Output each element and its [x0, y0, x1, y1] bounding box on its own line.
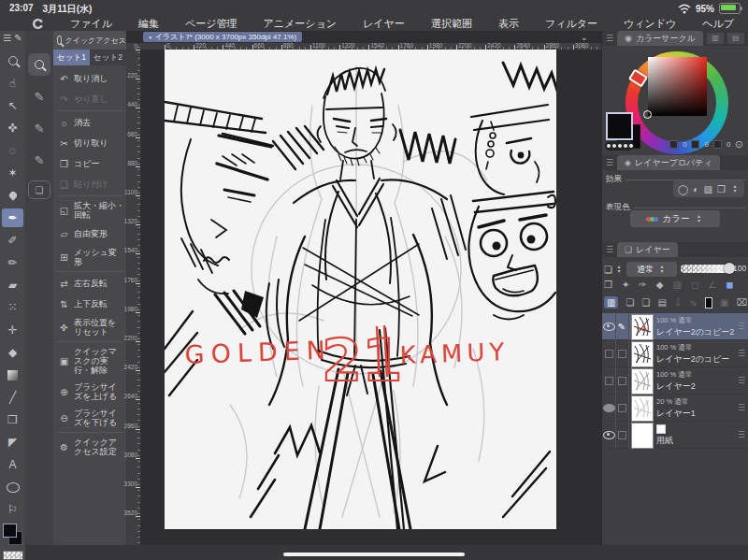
layer-menu-icon[interactable]: ☰: [738, 376, 745, 385]
layer-row-0[interactable]: ✎100 % 通常レイヤー2のコピー2☰: [602, 313, 748, 340]
menu-item-6[interactable]: 表示: [485, 17, 532, 31]
blend-mode-dropdown[interactable]: 通常 ▴▾: [626, 262, 677, 277]
menu-item-8[interactable]: ウィンドウ: [611, 17, 689, 31]
delete-layer-button[interactable]: ⌧: [736, 297, 747, 308]
quick-access-item-12[interactable]: ▣クイックマスクの実行・解除: [53, 343, 126, 379]
layer-menu-icon[interactable]: ☰: [738, 403, 745, 412]
color-set-tab-icon[interactable]: ▤: [727, 33, 744, 44]
expression-color-dropdown[interactable]: カラー ▴▾: [630, 210, 720, 227]
operation-tool[interactable]: ↖: [2, 96, 23, 115]
merge-down-button[interactable]: ⇘: [689, 297, 697, 308]
correction-tool[interactable]: ⚐: [2, 500, 23, 519]
menu-item-5[interactable]: 選択範囲: [418, 17, 485, 31]
quick-access-item-15[interactable]: ⚙クイックアクセス設定: [53, 434, 126, 460]
menu-item-9[interactable]: ヘルプ: [689, 17, 747, 31]
menu-item-3[interactable]: アニメーション: [251, 17, 351, 31]
menu-item-2[interactable]: ページ管理: [172, 17, 251, 31]
eraser-tool[interactable]: ▰: [2, 276, 23, 294]
balloon-tool[interactable]: [2, 478, 23, 496]
zoom-tool[interactable]: [2, 51, 23, 70]
selection-tool[interactable]: ◌: [2, 141, 23, 160]
layer-property-tab[interactable]: ◈ レイヤープロパティ: [617, 155, 720, 170]
hand-tool[interactable]: ☝: [2, 74, 23, 93]
layer-menu-icon[interactable]: ☰: [738, 349, 745, 358]
fill-tool[interactable]: ◆: [2, 343, 23, 362]
frame-border-tool[interactable]: ❒: [2, 410, 23, 429]
transparent-color-swatch[interactable]: [3, 551, 23, 560]
effect-stepper[interactable]: ▴▾: [730, 184, 740, 194]
layer-panel-tab[interactable]: ❏ レイヤー: [617, 242, 678, 257]
tone-effect-icon[interactable]: ◐: [693, 184, 698, 194]
layer-edit-cell[interactable]: ✎: [615, 313, 629, 340]
layer-visibility-cell[interactable]: [602, 340, 616, 367]
new-folder-button[interactable]: ▤: [657, 297, 666, 308]
new-vector-layer-button[interactable]: ❑: [641, 297, 650, 308]
color-history-dots[interactable]: [605, 141, 634, 151]
layer-thumbnail-size-control[interactable]: ❏▴▾: [604, 262, 625, 277]
home-indicator[interactable]: [283, 553, 465, 556]
quick-access-item-11[interactable]: ✜表示位置をリセット: [53, 314, 126, 340]
quick-access-item-0[interactable]: ↶取り消し: [53, 68, 126, 89]
quick-access-item-14[interactable]: ⊖ブラシサイズを下げる: [53, 405, 126, 431]
opacity-slider[interactable]: [681, 265, 729, 273]
saturation-value-cursor[interactable]: [643, 110, 652, 119]
menu-item-0[interactable]: ファイル: [57, 17, 125, 31]
layer-row-2[interactable]: 100 % 通常レイヤー2☰: [602, 367, 748, 395]
expression-stepper[interactable]: ▴▾: [694, 214, 703, 223]
halftone-effect-icon[interactable]: ▨: [703, 184, 712, 194]
gradient-tool[interactable]: [2, 366, 23, 384]
tool-menu-icon[interactable]: ☰: [3, 33, 11, 43]
tool-edit-icon[interactable]: ✎: [14, 33, 22, 43]
layer-edit-cell[interactable]: [615, 422, 629, 449]
eyedropper-tool[interactable]: [2, 186, 23, 205]
saturation-value-square[interactable]: [648, 57, 707, 116]
quick-access-item-2[interactable]: ☼消去: [53, 112, 126, 133]
layer-thumbnail[interactable]: [631, 423, 654, 449]
transfer-down-button[interactable]: ⇩: [674, 297, 682, 308]
new-raster-layer-button[interactable]: ❏: [626, 297, 634, 308]
menu-item-1[interactable]: 編集: [125, 17, 172, 31]
marker-tool[interactable]: ✐: [2, 231, 23, 250]
layer-edit-cell[interactable]: [615, 367, 629, 395]
layer-thumbnail[interactable]: [631, 395, 654, 422]
tool-property-palette-icon[interactable]: ✎: [28, 117, 50, 139]
layer-thumbnail[interactable]: [631, 314, 654, 340]
move-layer-tool[interactable]: ✜: [2, 119, 23, 137]
sub-tool-palette-icon[interactable]: ✎: [28, 85, 50, 108]
layer-visibility-cell[interactable]: [602, 395, 616, 422]
layer-edit-cell[interactable]: [615, 340, 629, 367]
quick-access-item-10[interactable]: ⇅上下反転: [53, 294, 126, 314]
toolbar-collapse-icon[interactable]: ⌄: [581, 32, 588, 42]
color-slider-tab-icon[interactable]: ▥: [707, 33, 724, 44]
airbrush-tool[interactable]: ⁙: [2, 298, 23, 317]
layer-option-icon-1[interactable]: ✦: [622, 280, 629, 290]
layer-panel-menu-icon[interactable]: ☰: [606, 245, 613, 254]
figure-tool[interactable]: ╱: [2, 388, 23, 407]
layer-property-menu-icon[interactable]: ☰: [606, 158, 613, 167]
text-tool[interactable]: A: [2, 455, 23, 474]
canvas-tab[interactable]: ● イラスト7* (3000 x 3700px 350dpi 47.1%): [143, 32, 302, 42]
quick-access-item-1[interactable]: ↷やり直し: [53, 89, 126, 109]
quick-access-tab-2[interactable]: セット2: [90, 50, 126, 65]
quick-access-tab-1[interactable]: セット1: [53, 50, 90, 65]
border-effect-icon[interactable]: ◯: [678, 184, 688, 194]
layer-mask-icon[interactable]: [705, 297, 712, 309]
color-panel-menu-icon[interactable]: ☰: [606, 34, 613, 43]
quick-access-item-13[interactable]: ⊕ブラシサイズを上げる: [53, 379, 126, 405]
layer-option-icon-0[interactable]: ❐: [604, 280, 612, 290]
layer-option-icon-3[interactable]: ◆: [656, 280, 664, 290]
main-color-swatch[interactable]: [606, 112, 633, 140]
quick-access-item-4[interactable]: ❐コピー: [53, 153, 126, 174]
layer-thumbnail[interactable]: [631, 341, 654, 367]
pen-tool[interactable]: ✒: [2, 208, 23, 227]
pencil-tool[interactable]: ✏: [2, 253, 23, 272]
brush-size-palette-icon[interactable]: ✎: [28, 149, 50, 171]
layer-row-4[interactable]: 用紙☰: [602, 422, 748, 449]
layer-option-icon-6[interactable]: ∠: [708, 280, 716, 290]
layer-color-effect-icon[interactable]: ❐: [717, 184, 726, 194]
layer-option-icon-2[interactable]: ✑: [639, 280, 646, 290]
layer-row-1[interactable]: 100 % 通常レイヤー2のコピー☰: [602, 340, 748, 367]
quick-access-item-8[interactable]: ⊞メッシュ変形: [53, 244, 126, 270]
color-circle-tab[interactable]: ◉ カラーサークル: [617, 31, 703, 46]
layer-menu-icon[interactable]: ☰: [738, 322, 745, 331]
